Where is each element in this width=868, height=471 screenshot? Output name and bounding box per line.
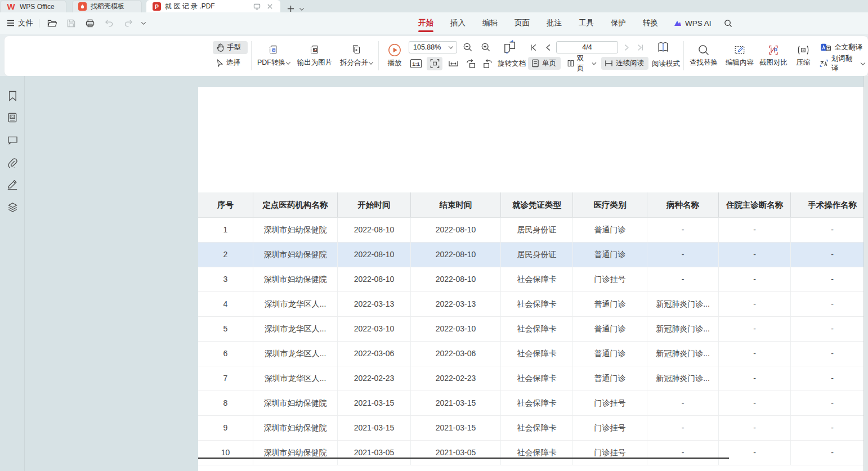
close-tab-icon[interactable] [265, 2, 274, 11]
divider [683, 41, 684, 70]
fit-width-icon [429, 59, 440, 69]
menu-page[interactable]: 页面 [506, 12, 538, 34]
file-menu-button[interactable]: 文件 [7, 18, 33, 28]
word-translate-button[interactable]: 划词翻译 [816, 57, 868, 70]
docer-logo-icon [78, 2, 87, 11]
rotate-right-button[interactable] [480, 57, 495, 70]
cell-start-time: 2022-08-10 [338, 218, 411, 242]
zoom-chevron-icon [449, 44, 453, 48]
pdf-convert-button[interactable]: PDF转换 [254, 39, 293, 72]
prev-page-button[interactable] [542, 42, 554, 53]
fit-page-button[interactable] [445, 57, 461, 70]
menu-wps-ai[interactable]: WPS AI [666, 19, 718, 28]
cell-end-time: 2022-03-06 [411, 342, 501, 366]
menu-tools[interactable]: 工具 [570, 12, 602, 34]
cell-operation-name: - [791, 366, 863, 391]
menu-edit[interactable]: 编辑 [474, 12, 506, 34]
prev-page-icon [545, 44, 551, 51]
table-horizontal-scrollbar[interactable] [198, 457, 729, 459]
cell-credential-type: 社会保障卡 [501, 342, 573, 366]
compress-button[interactable]: 压缩 [790, 39, 816, 72]
tab-document-label: 就 医 记 录 .PDF [165, 2, 248, 11]
thumbnail-icon[interactable] [6, 111, 19, 124]
zoom-level-value: 105.88% [413, 43, 441, 51]
table-row: 3 深圳市妇幼保健院 2022-08-10 2022-08-10 社会保障卡 门… [198, 267, 863, 292]
cell-index: 4 [198, 292, 253, 316]
new-tab-icon[interactable] [287, 5, 294, 12]
fit-width-button[interactable] [427, 57, 442, 70]
pdf-convert-label: PDF转换 [257, 58, 290, 68]
save-icon[interactable] [64, 16, 78, 30]
screenshot-compare-button[interactable]: 截图对比 [755, 39, 791, 72]
window-right-scrollbar-track[interactable] [863, 76, 868, 471]
read-mode-label[interactable]: 阅读模式 [652, 59, 680, 69]
play-button[interactable]: 播放 [382, 39, 408, 72]
double-page-button[interactable]: 双页 [564, 57, 599, 70]
undo-icon[interactable] [102, 16, 116, 30]
menu-protect[interactable]: 保护 [602, 12, 634, 34]
menu-comment[interactable]: 批注 [538, 12, 570, 34]
edit-content-button[interactable]: 编辑内容 [722, 39, 758, 72]
cell-disease-name: - [647, 267, 719, 291]
menu-home[interactable]: 开始 [410, 12, 442, 34]
split-merge-button[interactable]: 拆分合并 [335, 39, 377, 72]
play-icon [388, 43, 401, 57]
cell-operation-name: - [791, 416, 863, 440]
screenshot-compare-label: 截图对比 [759, 58, 788, 68]
cell-index: 8 [198, 391, 253, 415]
cell-primary-diagnosis: - [719, 416, 791, 440]
select-tool-button[interactable]: 选择 [213, 56, 248, 69]
menu-convert[interactable]: 转换 [634, 12, 666, 34]
compress-label: 压缩 [797, 58, 811, 68]
actual-size-button[interactable]: 1:1 [409, 57, 423, 70]
wps-window: W WPS Office 找稻壳模板 P 就 医 记 录 .PDF [0, 0, 868, 471]
cell-index: 5 [198, 317, 253, 341]
ribbon-search-icon[interactable] [722, 16, 735, 30]
word-translate-chevron-icon [861, 60, 865, 65]
enter-screen-icon[interactable] [252, 2, 261, 11]
zoom-in-button[interactable] [478, 41, 493, 54]
read-mode-icon-button[interactable] [653, 39, 673, 55]
document-canvas: 序号 定点医药机构名称 开始时间 结束时间 就诊凭证类型 医疗类别 病种名称 住… [0, 76, 868, 471]
tab-document-active[interactable]: P 就 医 记 录 .PDF [146, 0, 280, 12]
next-page-button[interactable] [620, 42, 633, 53]
zoom-level-select[interactable]: 105.88% [409, 41, 457, 53]
first-page-button[interactable] [527, 42, 539, 53]
attachment-icon[interactable] [6, 156, 19, 169]
tab-wps-home[interactable]: W WPS Office [0, 0, 66, 12]
comment-icon[interactable] [6, 134, 19, 146]
pdf-page[interactable]: 序号 定点医药机构名称 开始时间 结束时间 就诊凭证类型 医疗类别 病种名称 住… [198, 87, 863, 471]
col-header-medical-category: 医疗类别 [573, 192, 647, 217]
zoom-out-button[interactable] [460, 41, 475, 54]
cell-credential-type: 社会保障卡 [501, 292, 573, 316]
tab-list-chevron-icon[interactable] [299, 6, 304, 10]
hand-tool-button[interactable]: 手型 [213, 41, 248, 54]
print-icon[interactable] [83, 16, 97, 30]
last-page-button[interactable] [634, 42, 646, 53]
open-file-icon[interactable] [45, 16, 59, 30]
full-translate-button[interactable]: 全文翻译 [817, 41, 866, 54]
replace-pages-button[interactable] [499, 39, 520, 55]
divider [251, 41, 252, 70]
single-page-button[interactable]: 单页 [528, 57, 561, 70]
last-page-icon [637, 44, 644, 51]
cell-operation-name: - [791, 292, 863, 316]
rotate-doc-label[interactable]: 旋转文档 [498, 59, 526, 69]
cell-index: 6 [198, 342, 253, 366]
cell-credential-type: 社会保障卡 [501, 391, 573, 415]
col-header-start-time: 开始时间 [338, 192, 411, 217]
find-replace-button[interactable]: 查找替换 [686, 39, 722, 72]
qat-more-chevron-icon[interactable] [141, 20, 146, 24]
signature-icon[interactable] [6, 178, 19, 191]
continuous-read-button[interactable]: 连续阅读 [601, 57, 648, 70]
bookmark-icon[interactable] [6, 89, 19, 102]
tab-docer-templates[interactable]: 找稻壳模板 [72, 0, 142, 12]
one-to-one-icon: 1:1 [410, 59, 422, 68]
layers-icon[interactable] [6, 201, 19, 213]
export-image-button[interactable]: 输出为图片 [294, 39, 335, 72]
rotate-left-button[interactable] [463, 57, 478, 70]
cell-disease-name: - [647, 416, 719, 440]
page-number-input[interactable]: 4/4 [556, 41, 618, 53]
menu-insert[interactable]: 插入 [442, 12, 474, 34]
redo-icon[interactable] [122, 16, 135, 30]
